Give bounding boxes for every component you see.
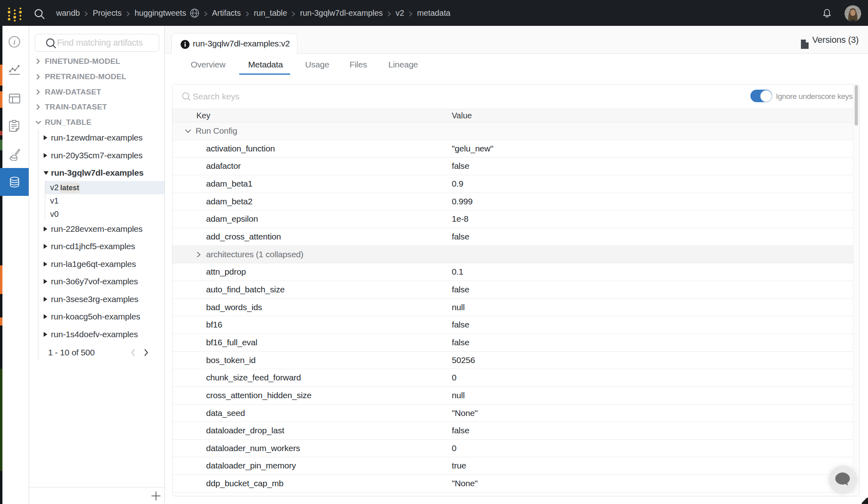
svg-text:i: i <box>13 38 15 46</box>
